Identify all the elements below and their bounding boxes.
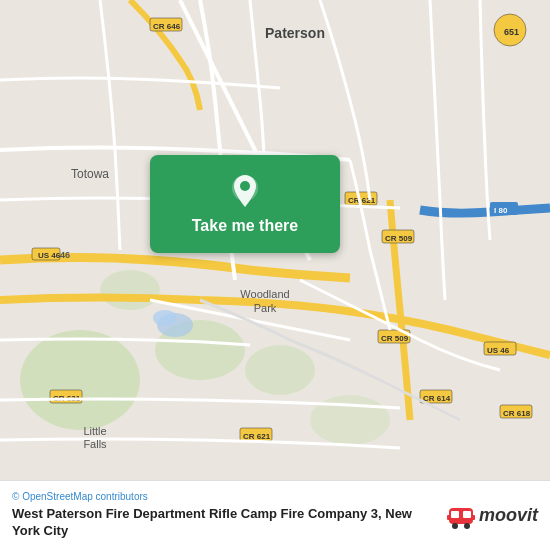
svg-text:US 46: US 46	[38, 251, 61, 260]
svg-text:CR 509: CR 509	[381, 334, 409, 343]
svg-point-8	[153, 310, 177, 326]
svg-text:Totowa: Totowa	[71, 167, 109, 181]
button-overlay: Take me there	[145, 155, 345, 253]
moovit-logo: moovit	[447, 502, 538, 530]
svg-text:651: 651	[504, 27, 519, 37]
svg-point-45	[452, 523, 458, 529]
map-view: US 46 US 46 CR 509 CR 509 I 80 CR 646 CR…	[0, 0, 550, 480]
svg-text:Little: Little	[83, 425, 106, 437]
svg-rect-47	[447, 515, 450, 520]
info-bar: © OpenStreetMap contributors West Paters…	[0, 480, 550, 550]
attribution-prefix: ©	[12, 491, 22, 502]
svg-text:CR 646: CR 646	[153, 22, 181, 31]
svg-rect-48	[472, 515, 475, 520]
svg-point-46	[464, 523, 470, 529]
take-me-there-label: Take me there	[192, 217, 298, 235]
svg-text:I 80: I 80	[494, 206, 508, 215]
svg-point-2	[20, 330, 140, 430]
svg-text:CR 621: CR 621	[348, 196, 376, 205]
svg-text:CR 614: CR 614	[423, 394, 451, 403]
svg-text:Falls: Falls	[83, 438, 107, 450]
osm-attribution: © OpenStreetMap contributors	[12, 491, 437, 502]
svg-text:CR 509: CR 509	[385, 234, 413, 243]
svg-text:CR 618: CR 618	[503, 409, 531, 418]
svg-rect-44	[463, 511, 471, 518]
attribution-suffix: contributors	[93, 491, 148, 502]
info-left: © OpenStreetMap contributors West Paters…	[12, 491, 437, 540]
svg-text:Paterson: Paterson	[265, 25, 325, 41]
moovit-bus-icon	[447, 502, 475, 530]
attribution-link[interactable]: OpenStreetMap	[22, 491, 93, 502]
svg-text:CR 621: CR 621	[243, 432, 271, 441]
svg-text:Park: Park	[254, 302, 277, 314]
svg-point-5	[245, 345, 315, 395]
svg-point-4	[100, 270, 160, 310]
location-pin-icon	[227, 173, 263, 209]
svg-rect-43	[451, 511, 459, 518]
take-me-there-button[interactable]: Take me there	[150, 155, 340, 253]
place-name: West Paterson Fire Department Rifle Camp…	[12, 506, 437, 540]
svg-text:US 46: US 46	[487, 346, 510, 355]
moovit-brand-text: moovit	[479, 505, 538, 526]
svg-point-41	[240, 181, 250, 191]
svg-text:Woodland: Woodland	[240, 288, 289, 300]
